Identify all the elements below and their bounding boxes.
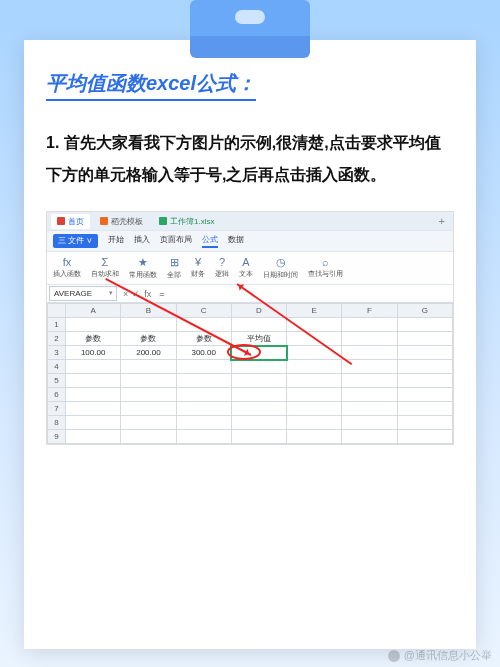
cell[interactable] [66, 360, 121, 374]
row-header[interactable]: 4 [48, 360, 66, 374]
ribbon-insert-function[interactable]: fx插入函数 [53, 256, 81, 280]
clock-icon: ◷ [276, 256, 286, 269]
ribbon-label: 全部 [167, 270, 181, 280]
name-box[interactable]: AVERAGE [49, 286, 117, 301]
cell[interactable] [397, 374, 452, 388]
cell[interactable] [176, 360, 231, 374]
cell[interactable] [121, 402, 176, 416]
cell[interactable] [397, 402, 452, 416]
cell[interactable] [66, 416, 121, 430]
cell[interactable] [287, 360, 342, 374]
row-header[interactable]: 2 [48, 332, 66, 346]
cell[interactable] [176, 388, 231, 402]
cell[interactable] [342, 332, 397, 346]
cell[interactable]: 参数 [66, 332, 121, 346]
ribbon-datetime[interactable]: ◷日期和时间 [263, 256, 298, 280]
cell[interactable] [397, 346, 452, 360]
currency-icon: ¥ [195, 256, 201, 268]
menu-formula[interactable]: 公式 [202, 234, 218, 248]
cell[interactable] [66, 430, 121, 444]
menu-start[interactable]: 开始 [108, 234, 124, 248]
cell[interactable] [231, 374, 286, 388]
corner-cell[interactable] [48, 304, 66, 318]
ribbon-common[interactable]: ★常用函数 [129, 256, 157, 280]
cell[interactable] [66, 318, 121, 332]
cell[interactable] [287, 374, 342, 388]
cell[interactable] [342, 388, 397, 402]
cell[interactable] [176, 374, 231, 388]
ribbon-label: 日期和时间 [263, 270, 298, 280]
column-header[interactable]: A [66, 304, 121, 318]
menu-pagelayout[interactable]: 页面布局 [160, 234, 192, 248]
cell[interactable] [231, 318, 286, 332]
cell[interactable]: 300.00 [176, 346, 231, 360]
cell[interactable] [231, 360, 286, 374]
tab-home[interactable]: 首页 [51, 214, 90, 229]
ribbon-autosum[interactable]: Σ自动求和 [91, 256, 119, 280]
row-header[interactable]: 7 [48, 402, 66, 416]
row-header[interactable]: 5 [48, 374, 66, 388]
cell[interactable] [287, 416, 342, 430]
ribbon-finance[interactable]: ¥财务 [191, 256, 205, 280]
ribbon-logic[interactable]: ?逻辑 [215, 256, 229, 280]
cell[interactable] [342, 374, 397, 388]
menu-insert[interactable]: 插入 [134, 234, 150, 248]
cell[interactable] [176, 402, 231, 416]
cell[interactable] [176, 430, 231, 444]
row-header[interactable]: 6 [48, 388, 66, 402]
cell[interactable] [287, 388, 342, 402]
column-header[interactable]: G [397, 304, 452, 318]
cell[interactable] [66, 374, 121, 388]
column-header[interactable]: C [176, 304, 231, 318]
cell[interactable] [342, 318, 397, 332]
cell[interactable] [231, 430, 286, 444]
formula-input[interactable]: = [155, 287, 453, 301]
ribbon-lookup[interactable]: ⌕查找与引用 [308, 256, 343, 280]
spreadsheet-grid[interactable]: ABCDEFG 12参数参数参数平均值3100.00200.00300.0045… [47, 303, 453, 444]
cell[interactable] [121, 388, 176, 402]
column-header[interactable]: E [287, 304, 342, 318]
cell[interactable] [121, 318, 176, 332]
cell[interactable] [287, 430, 342, 444]
cell[interactable] [397, 318, 452, 332]
cell[interactable] [287, 402, 342, 416]
cell[interactable]: 参数 [121, 332, 176, 346]
cell[interactable] [121, 430, 176, 444]
ribbon-text[interactable]: A文本 [239, 256, 253, 280]
cell[interactable]: 200.00 [121, 346, 176, 360]
cell[interactable] [66, 388, 121, 402]
cell[interactable]: 平均值 [231, 332, 286, 346]
cell[interactable] [231, 388, 286, 402]
cell[interactable] [66, 402, 121, 416]
cell[interactable] [231, 402, 286, 416]
cell[interactable] [121, 416, 176, 430]
menu-file[interactable]: 三 文件 ∨ [53, 234, 98, 248]
tab-docer[interactable]: 稻壳模板 [94, 214, 149, 229]
column-header[interactable]: F [342, 304, 397, 318]
fx-icon[interactable]: fx [144, 289, 151, 299]
cell[interactable] [397, 388, 452, 402]
row-header[interactable]: 8 [48, 416, 66, 430]
logo-icon [388, 650, 400, 662]
menu-data[interactable]: 数据 [228, 234, 244, 248]
cell[interactable] [342, 416, 397, 430]
new-tab-button[interactable]: + [435, 215, 449, 227]
row-header[interactable]: 9 [48, 430, 66, 444]
cell[interactable]: 100.00 [66, 346, 121, 360]
column-header[interactable]: D [231, 304, 286, 318]
cell[interactable] [121, 374, 176, 388]
row-header[interactable]: 1 [48, 318, 66, 332]
cell[interactable] [397, 430, 452, 444]
cell[interactable] [397, 332, 452, 346]
cell[interactable] [397, 416, 452, 430]
cell[interactable] [231, 416, 286, 430]
row-header[interactable]: 3 [48, 346, 66, 360]
cell[interactable] [342, 346, 397, 360]
cell[interactable] [342, 430, 397, 444]
cell[interactable] [397, 360, 452, 374]
ribbon-all[interactable]: ⊞全部 [167, 256, 181, 280]
cell[interactable] [176, 416, 231, 430]
cell[interactable] [342, 402, 397, 416]
tab-file[interactable]: 工作簿1.xlsx [153, 214, 220, 229]
cell[interactable] [121, 360, 176, 374]
